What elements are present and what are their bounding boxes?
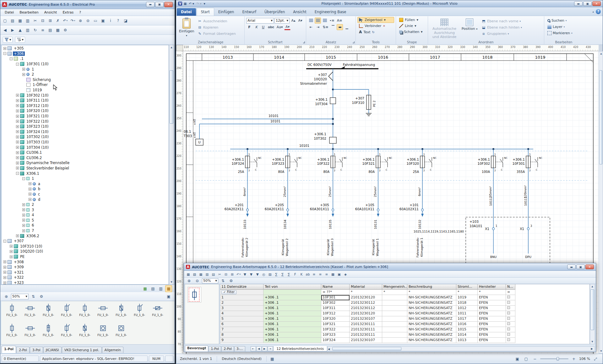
column-header-N[interactable]: N... xyxy=(506,284,515,290)
strikethrough-button[interactable]: abc xyxy=(267,24,275,30)
frame-button[interactable]: ▭ xyxy=(92,17,99,24)
find-button[interactable]: Suchen▾ xyxy=(546,18,582,24)
expand-icon[interactable]: + xyxy=(16,104,19,107)
expand-icon[interactable]: + xyxy=(22,229,25,232)
redo-button[interactable]: ↷ ▾ xyxy=(196,2,202,5)
palette-window-icon[interactable]: ▥ xyxy=(157,285,164,292)
cell[interactable]: +306 .1 xyxy=(263,322,321,327)
expand-icon[interactable]: + xyxy=(22,68,25,71)
cell[interactable] xyxy=(382,327,407,332)
palette-item-12[interactable]: FU_1_0- xyxy=(58,323,75,342)
palette-tab-VKD Sicherung 1 pol.[interactable]: VKD Sicherung 1 pol. xyxy=(62,347,102,353)
gear-icon[interactable]: ⚙ xyxy=(228,278,235,283)
expand-icon[interactable]: + xyxy=(29,182,31,185)
font-dialog-launcher-icon[interactable] xyxy=(303,41,305,43)
expand-icon[interactable]: + xyxy=(16,151,19,154)
cell-checkbox[interactable] xyxy=(506,295,515,300)
zoom-out-icon[interactable]: ⊖ xyxy=(194,278,201,283)
cell[interactable]: EFEN xyxy=(478,316,506,322)
cell[interactable]: 1011 xyxy=(456,311,478,316)
cell[interactable] xyxy=(382,300,407,306)
save-button[interactable]: ▦ xyxy=(198,271,204,277)
gear-icon[interactable]: ⚙ xyxy=(38,293,45,300)
palette-tab-3-Pol[interactable]: 3-Pol xyxy=(30,347,43,353)
save-button[interactable]: ▦ xyxy=(183,2,187,5)
ribbon-collapse-icon[interactable]: ▴ xyxy=(592,10,594,13)
palette-tab-Allgemein[interactable]: Allgemein xyxy=(102,347,123,353)
palette-item-1[interactable]: FU_1_0- xyxy=(21,303,39,322)
shadow-button[interactable]: Schatten▼ xyxy=(398,29,426,35)
palette-item-4[interactable]: FU_1_0- xyxy=(76,303,94,322)
tree-item-X306.2[interactable]: +X306.2 xyxy=(2,233,169,238)
line-spacing-button[interactable]: ⇅≡ xyxy=(322,24,329,30)
tree-item-Sicherung[interactable]: +Sicherung xyxy=(2,77,169,83)
expand-icon[interactable]: + xyxy=(16,167,19,169)
wb-palette-tab-3-...[interactable]: 3-... xyxy=(234,346,245,351)
cell[interactable]: NH-SICHERUNGSEINSATZ xyxy=(407,322,456,327)
collapse-icon[interactable]: - xyxy=(22,177,25,180)
collapse-icon[interactable]: - xyxy=(3,52,6,55)
tree-item-CU306.1[interactable]: +CU306.1 xyxy=(2,150,169,155)
sort-icon[interactable]: ⇅ xyxy=(220,278,226,283)
close-button[interactable]: ✕ xyxy=(585,265,594,269)
palette-tab-1-Pol[interactable]: 1-Pol xyxy=(2,346,16,353)
underline-button[interactable]: U xyxy=(260,24,266,30)
cell[interactable]: +306 .1 xyxy=(263,332,321,338)
row-number[interactable]: 6 xyxy=(220,322,263,327)
paragraph-dialog-launcher-icon[interactable] xyxy=(353,41,355,43)
tree-item-10T302-(10)[interactable]: +10T302 (10) xyxy=(2,134,169,140)
tree-item-Steckverbinder-Beispiel[interactable]: +Steckverbinder Beispiel xyxy=(2,166,169,171)
expand-icon[interactable]: + xyxy=(10,255,13,258)
wb-palette-tab-1-Pol[interactable]: 1-Pol xyxy=(209,346,221,351)
expand-icon[interactable]: + xyxy=(16,146,19,149)
tree-item-+309[interactable]: ++309 xyxy=(2,265,169,270)
cell[interactable]: 10F302 xyxy=(321,300,350,306)
cell[interactable] xyxy=(382,311,407,316)
tree-item-10F312-(10)[interactable]: +10F312 (10) xyxy=(2,103,169,109)
cell[interactable]: 1013 xyxy=(456,338,478,343)
palette-item-13[interactable]: FU_1_0- xyxy=(76,323,94,342)
column-header-Mengeneinh[interactable]: Mengeneinh... xyxy=(382,284,407,290)
palette-item-14[interactable]: FU_1_0- xyxy=(94,323,112,342)
cell[interactable] xyxy=(382,295,407,300)
cell[interactable]: EFEN xyxy=(478,300,506,306)
cell[interactable]: 21013230111 xyxy=(350,332,382,338)
export-button[interactable]: ▧ xyxy=(192,271,198,277)
tree-item-10F310-(10)[interactable]: +10F310 (10) xyxy=(2,244,169,249)
bring-forward-button[interactable]: ⬒Ebene nach vorne▾ xyxy=(480,18,524,24)
last-record-button[interactable]: ⇥ xyxy=(268,346,273,351)
undo-button[interactable]: ↶ ▾ xyxy=(188,2,195,5)
expand-icon[interactable]: + xyxy=(3,266,6,269)
menu-bearbeiten[interactable]: Bearbeiten xyxy=(17,10,41,15)
expand-icon[interactable]: + xyxy=(16,99,19,102)
details-button[interactable]: ▦ xyxy=(54,27,61,34)
select-button[interactable]: Markieren▾ xyxy=(546,30,582,36)
column-header-Name[interactable]: Name xyxy=(321,284,350,290)
print-button[interactable]: ▥ xyxy=(24,17,31,24)
column-header-Teilvon[interactable]: Teil von xyxy=(263,284,321,290)
expand-icon[interactable]: + xyxy=(22,224,25,227)
row-number[interactable]: 7 xyxy=(220,327,263,332)
tree-item-3[interactable]: +3 xyxy=(2,207,169,212)
expand-icon[interactable]: + xyxy=(22,208,25,211)
cell[interactable]: 21013230112 xyxy=(350,300,382,306)
expand-icon[interactable]: + xyxy=(16,115,19,118)
up-button[interactable]: ▲ xyxy=(17,27,24,34)
scroll-right-icon[interactable]: ▶ xyxy=(589,347,595,351)
tree-item-+322[interactable]: ++322 xyxy=(2,275,169,280)
minimize-button[interactable]: ▬ xyxy=(574,1,583,6)
cell[interactable]: 1012 xyxy=(456,306,478,311)
tree-item-7[interactable]: +7 xyxy=(2,228,169,233)
group-button[interactable]: ⧈Gruppieren▾ xyxy=(480,31,524,37)
tree-item-+307[interactable]: -+307 xyxy=(2,238,169,244)
menu-help[interactable]: ? xyxy=(77,10,84,15)
row-number[interactable]: 4 xyxy=(220,311,263,316)
fields-button[interactable]: ab xyxy=(305,271,311,277)
sort-icon[interactable]: ⇅ xyxy=(30,293,37,300)
cell[interactable]: 1019 xyxy=(456,295,478,300)
row-number[interactable]: 8 xyxy=(220,332,263,338)
increase-indent-button[interactable]: ⇥ xyxy=(315,24,321,30)
eb-tree-scrollbar-thumb[interactable] xyxy=(170,70,173,124)
cell[interactable]: NH-SICHERUNGSEINSATZ xyxy=(407,332,456,338)
tree-item-X306.1[interactable]: -X306.1 xyxy=(2,171,169,176)
